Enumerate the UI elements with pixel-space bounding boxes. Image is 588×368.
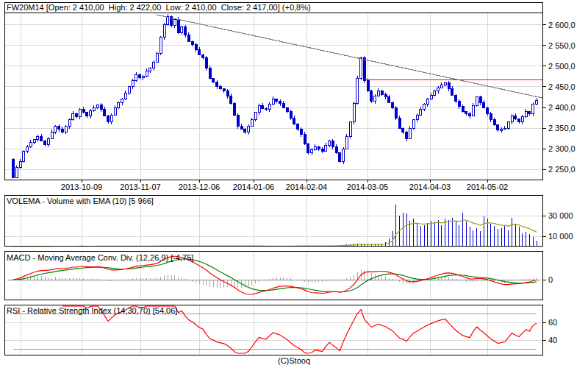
- panel-borders: [4, 2, 542, 355]
- rsi-panel-title: RSI - Relative Strength Index (14,30,70)…: [7, 306, 177, 315]
- svg-text:2 300,0: 2 300,0: [548, 144, 576, 153]
- svg-text:2 400,0: 2 400,0: [548, 103, 576, 112]
- macd-panel-title: MACD - Moving Average Conv. Div. (12,26,…: [7, 253, 193, 262]
- price-axis-labels: 2 600,02 550,02 500,02 450,02 400,02 350…: [542, 21, 576, 345]
- svg-text:2014-01-06: 2014-01-06: [233, 183, 274, 191]
- svg-text:2 250,0: 2 250,0: [548, 165, 576, 174]
- main-chart-title: FW20M14 [Open: 2 410,00 High: 2 422,00 L…: [7, 3, 311, 12]
- macd-signal-line: [13, 259, 537, 292]
- trend-line: [157, 15, 542, 98]
- date-axis-labels: 2013-10-092013-11-072013-12-062014-01-06…: [61, 180, 508, 191]
- svg-text:2014-03-05: 2014-03-05: [347, 183, 388, 191]
- svg-text:40: 40: [548, 336, 557, 344]
- svg-text:2 600,0: 2 600,0: [548, 21, 576, 29]
- svg-text:10 000: 10 000: [548, 232, 573, 241]
- svg-text:0: 0: [548, 275, 553, 284]
- svg-text:2 500,0: 2 500,0: [548, 62, 576, 71]
- volume-ema-line: [13, 220, 537, 247]
- volume-bars: [13, 205, 537, 247]
- svg-text:60: 60: [548, 318, 557, 327]
- svg-text:2013-10-09: 2013-10-09: [61, 183, 102, 191]
- svg-text:2014-05-02: 2014-05-02: [467, 183, 508, 191]
- candlestick-series: [12, 14, 538, 178]
- svg-text:2 550,0: 2 550,0: [548, 41, 576, 50]
- svg-text:2014-04-03: 2014-04-03: [409, 183, 451, 191]
- stock-chart-fw20m14: 2 600,02 550,02 500,02 450,02 400,02 350…: [0, 0, 588, 368]
- svg-text:2013-11-07: 2013-11-07: [120, 183, 160, 191]
- svg-text:30 000: 30 000: [548, 211, 573, 220]
- svg-text:2013-12-06: 2013-12-06: [179, 183, 220, 191]
- svg-text:2 350,0: 2 350,0: [548, 124, 576, 132]
- svg-text:2 450,0: 2 450,0: [548, 82, 576, 91]
- macd-histogram: [13, 269, 537, 288]
- svg-text:2014-02-04: 2014-02-04: [286, 183, 327, 191]
- volema-panel-title: VOLEMA - Volume with EMA (10) [5 966]: [7, 197, 154, 205]
- stooq-credit: (C)Stooq: [0, 356, 588, 365]
